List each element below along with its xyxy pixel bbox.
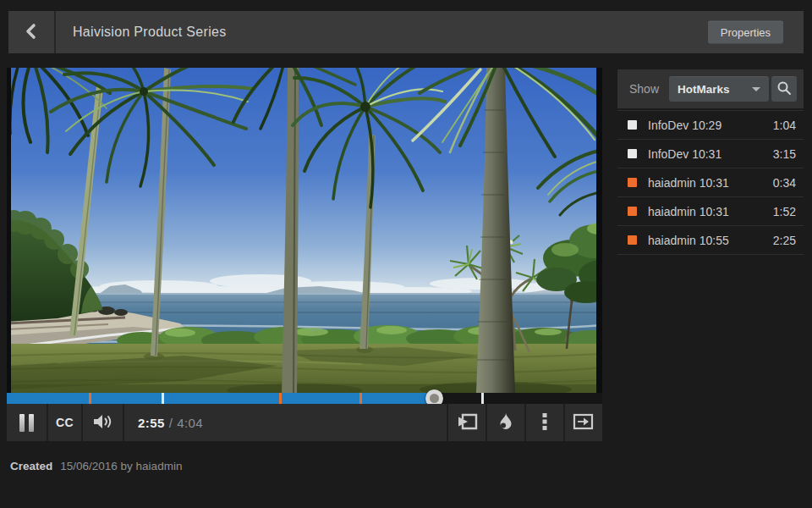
time-separator: /	[169, 416, 173, 430]
hotmark-label: haiadmin 10:31	[648, 176, 729, 190]
pause-button[interactable]	[7, 404, 48, 441]
hotmark-label: haiadmin 10:31	[648, 205, 729, 218]
hotmark-time: 2:25	[773, 234, 796, 247]
hotmark-marker-icon	[628, 207, 637, 216]
hotmark-label: haiadmin 10:55	[648, 234, 729, 247]
hotmark-time: 1:52	[773, 205, 796, 218]
hotmark-time: 0:34	[773, 176, 796, 190]
more-options-button[interactable]	[524, 404, 563, 441]
flame-icon	[496, 411, 516, 434]
seek-hotmark-tick	[162, 393, 164, 404]
hotmark-marker-icon	[628, 149, 637, 158]
properties-button[interactable]: Properties	[708, 21, 783, 44]
vertical-dots-icon	[541, 411, 548, 434]
back-button[interactable]	[8, 11, 56, 53]
closed-captions-button[interactable]: CC	[48, 404, 83, 441]
volume-button[interactable]	[83, 404, 124, 441]
panel-toggle-button[interactable]	[563, 404, 602, 441]
letterbox-right	[596, 68, 602, 394]
total-duration: 4:04	[177, 416, 203, 430]
player-controls: CC 2:55 / 4:04	[7, 404, 602, 441]
hotmark-list: InfoDev 10:29 1:04 InfoDev 10:31 3:15 ha…	[617, 110, 804, 255]
search-button[interactable]	[771, 76, 797, 102]
controls-spacer	[203, 404, 447, 441]
send-to-icon	[456, 411, 478, 434]
hotmark-button[interactable]	[486, 404, 524, 441]
hotmark-time: 3:15	[773, 147, 796, 161]
seek-bar[interactable]	[7, 393, 602, 404]
metadata-footer: Created 15/06/2016 by haiadmin	[10, 460, 182, 472]
show-label: Show	[629, 82, 659, 96]
hotmark-marker-icon	[628, 235, 637, 245]
page-title: Haivision Product Series	[73, 25, 227, 40]
pause-icon	[19, 414, 34, 432]
cc-icon: CC	[56, 416, 74, 429]
hotmark-label: InfoDev 10:31	[648, 147, 721, 161]
seek-hotmark-tick	[481, 393, 484, 404]
filter-dropdown-value: HotMarks	[678, 83, 730, 96]
seek-hotmark-tick	[89, 393, 91, 404]
filter-dropdown[interactable]: HotMarks	[669, 76, 769, 102]
hotmark-row[interactable]: haiadmin 10:31 0:34	[617, 168, 804, 197]
current-time: 2:55	[138, 416, 165, 430]
hotmark-row[interactable]: InfoDev 10:29 1:04	[617, 111, 804, 140]
caret-down-icon	[752, 87, 760, 91]
video-player: CC 2:55 / 4:04	[7, 68, 602, 441]
hotmarks-sidebar: Show HotMarks InfoDev 10:29 1:04 InfoDev…	[617, 69, 804, 255]
created-label: Created	[10, 460, 52, 472]
hotmark-marker-icon	[628, 178, 637, 187]
share-button[interactable]	[447, 404, 486, 441]
hotmark-label: InfoDev 10:29	[648, 119, 721, 132]
speaker-icon	[91, 412, 114, 433]
chevron-left-icon	[22, 21, 41, 44]
created-value: 15/06/2016 by haiadmin	[60, 460, 182, 472]
time-display: 2:55 / 4:04	[124, 404, 203, 441]
letterbox-left	[7, 68, 11, 394]
filter-panel: Show HotMarks	[617, 69, 804, 108]
seek-hotmark-tick	[359, 393, 362, 404]
hotmark-time: 1:04	[773, 119, 796, 132]
hotmark-row[interactable]: haiadmin 10:55 2:25	[617, 226, 804, 255]
arrow-in-box-icon	[573, 411, 595, 434]
video-frame[interactable]	[7, 68, 602, 394]
hotmark-row[interactable]: haiadmin 10:31 1:52	[617, 197, 804, 226]
hotmark-row[interactable]: InfoDev 10:31 3:15	[617, 140, 804, 168]
seek-hotmark-tick	[279, 393, 282, 404]
search-icon	[776, 80, 792, 98]
hotmark-marker-icon	[628, 120, 637, 130]
top-toolbar: Haivision Product Series Properties	[8, 11, 804, 53]
seek-progress	[7, 393, 434, 404]
